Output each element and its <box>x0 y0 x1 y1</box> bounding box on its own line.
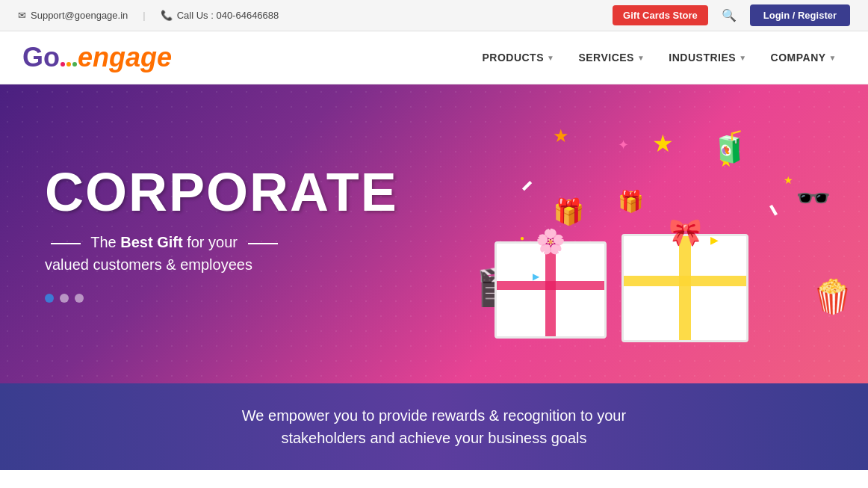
gift-box-small-icon: 🎁 <box>553 197 584 226</box>
logo[interactable]: Goengage <box>22 42 172 73</box>
star-icon: ✦ <box>618 137 629 153</box>
gift-cards-button[interactable]: Gift Cards Store <box>613 5 708 25</box>
confetti: ▌ <box>523 181 535 193</box>
chevron-down-icon: ▼ <box>739 54 746 62</box>
chevron-down-icon: ▼ <box>547 54 554 62</box>
drink-cup-icon: 🧃 <box>711 129 748 164</box>
nav-item-products[interactable]: PRODUCTS ▼ <box>473 46 563 70</box>
hero-title: CORPORATE <box>45 165 314 219</box>
search-button[interactable]: 🔍 <box>717 5 741 25</box>
nav-item-company[interactable]: COMPANY ▼ <box>762 46 846 70</box>
carousel-dot-1[interactable] <box>45 294 54 303</box>
star-icon: ★ <box>652 129 674 158</box>
triangle-deco: ▶ <box>533 271 539 282</box>
logo-go: Go <box>22 42 60 72</box>
line-decoration-right <box>248 243 278 244</box>
nav-industries-label: INDUSTRIES <box>669 52 736 64</box>
logo-dots <box>61 62 77 67</box>
divider: | <box>143 10 145 21</box>
bow-icon: 🌸 <box>536 227 565 256</box>
chevron-down-icon: ▼ <box>637 54 645 62</box>
carousel-dot-3[interactable] <box>75 294 84 303</box>
top-bar-right: Gift Cards Store 🔍 Login / Register <box>613 4 850 26</box>
phone-number: Call Us : 040-64646688 <box>177 10 279 21</box>
confetti: ▌ <box>770 203 781 215</box>
phone-icon: 📞 <box>161 10 173 21</box>
support-contact: ✉ Support@goengage.in <box>18 10 128 21</box>
popcorn-icon: 🍿 <box>812 277 853 316</box>
glasses-icon: 🕶️ <box>796 182 831 214</box>
empower-line2: stakeholders and achieve your business g… <box>15 427 853 449</box>
nav-menu: PRODUCTS ▼ SERVICES ▼ INDUSTRIES ▼ COMPA… <box>473 46 846 70</box>
star-icon: ★ <box>784 174 793 186</box>
nav-item-industries[interactable]: INDUSTRIES ▼ <box>660 46 755 70</box>
bow-icon-yellow: 🎀 <box>669 217 702 248</box>
phone-contact: 📞 Call Us : 040-64646688 <box>161 10 279 21</box>
carousel-dot-2[interactable] <box>60 294 69 303</box>
triangle-deco: ▶ <box>710 234 719 246</box>
gift-box-pink: 🌸 <box>495 241 607 339</box>
navbar: Goengage PRODUCTS ▼ SERVICES ▼ INDUSTRIE… <box>0 31 868 84</box>
hero-subtitle: The Best Gift for your valued customers … <box>45 231 314 276</box>
logo-dot-green <box>72 62 77 67</box>
email-icon: ✉ <box>18 10 26 21</box>
hero-section: CORPORATE The Best Gift for your valued … <box>0 84 868 383</box>
hero-illustration: ★ ★ ✦ ★ ★ ▌ ▌ ● ◆ 🎬 🧃 🕶️ 🍿 🌸 <box>405 84 868 383</box>
gift-box-mini-icon: 🎁 <box>618 189 644 214</box>
hero-content: CORPORATE The Best Gift for your valued … <box>0 135 359 333</box>
nav-item-services[interactable]: SERVICES ▼ <box>569 46 654 70</box>
logo-dot-orange <box>66 62 71 67</box>
subtitle-suffix: valued customers & employees <box>45 256 252 273</box>
subtitle-prefix: The <box>90 234 120 250</box>
subtitle-bold: Best Gift <box>120 234 182 250</box>
line-decoration-left <box>51 243 81 244</box>
logo-engage: engage <box>78 42 172 72</box>
logo-dot-red <box>61 62 65 67</box>
top-bar-left: ✉ Support@goengage.in | 📞 Call Us : 040-… <box>18 10 279 21</box>
gift-box-yellow: 🎀 <box>621 234 748 342</box>
nav-products-label: PRODUCTS <box>482 52 544 64</box>
hero-carousel-dots <box>45 294 314 303</box>
empower-bar: We empower you to provide rewards & reco… <box>0 383 868 470</box>
nav-company-label: COMPANY <box>771 52 826 64</box>
products-section: Go Engage Products 🌴 🌴 🌴 🌴 🌴 🌴 <box>0 470 868 488</box>
subtitle-for: for your <box>187 234 238 250</box>
chevron-down-icon: ▼ <box>829 54 837 62</box>
login-register-button[interactable]: Login / Register <box>750 4 850 26</box>
support-email: Support@goengage.in <box>31 10 128 21</box>
top-bar: ✉ Support@goengage.in | 📞 Call Us : 040-… <box>0 0 868 31</box>
empower-line1: We empower you to provide rewards & reco… <box>15 404 853 427</box>
search-icon: 🔍 <box>722 9 737 22</box>
nav-services-label: SERVICES <box>578 52 634 64</box>
star-icon: ★ <box>553 126 569 146</box>
